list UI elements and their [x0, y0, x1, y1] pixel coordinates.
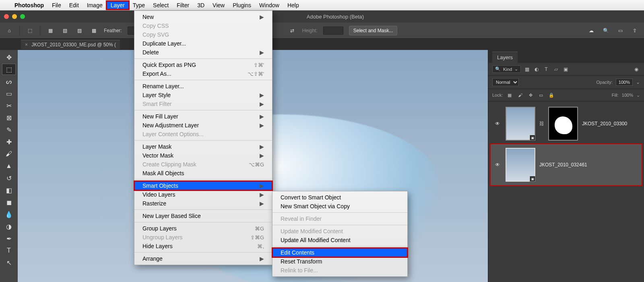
menu-item-new[interactable]: New▶ — [134, 12, 272, 21]
menu-image[interactable]: Image — [83, 1, 107, 9]
menu-item-new-fill-layer[interactable]: New Fill Layer▶ — [134, 112, 272, 121]
menu-file[interactable]: File — [48, 1, 65, 9]
filter-toggle-icon[interactable]: ◉ — [633, 66, 640, 73]
selection-subtract-icon[interactable]: ▨ — [75, 26, 84, 35]
menu-select[interactable]: Select — [149, 1, 173, 9]
cloud-user-icon[interactable]: ☁ — [587, 26, 596, 35]
menu-layer[interactable]: Layer — [107, 1, 129, 9]
search-icon[interactable]: 🔍 — [601, 26, 610, 35]
menu-view[interactable]: View — [208, 1, 229, 9]
chevron-down-icon[interactable]: ⌄ — [636, 93, 640, 98]
filter-pixel-icon[interactable]: ▦ — [523, 66, 530, 73]
menu-item-smart-objects[interactable]: Smart Objects▶ — [134, 181, 272, 190]
path-select-tool-icon[interactable]: ↖ — [2, 257, 16, 268]
visibility-icon[interactable]: 👁 — [493, 121, 502, 126]
pen-tool-icon[interactable]: ✒ — [2, 233, 16, 244]
lock-all-icon[interactable]: 🔒 — [548, 91, 555, 99]
link-mask-icon[interactable]: ⛓ — [539, 121, 544, 126]
lock-artboard-icon[interactable]: ▭ — [537, 91, 545, 99]
select-and-mask-button[interactable]: Select and Mask... — [349, 26, 398, 35]
zoom-window-icon[interactable] — [20, 14, 25, 19]
share-icon[interactable]: ⇪ — [630, 26, 639, 35]
submenu-item-update-all-modified-content[interactable]: Update All Modified Content — [272, 236, 407, 245]
move-tool-icon[interactable]: ✥ — [2, 52, 16, 63]
opacity-value[interactable]: 100% — [616, 79, 633, 86]
lock-transparency-icon[interactable]: ▦ — [506, 91, 513, 99]
filter-adjust-icon[interactable]: ◐ — [533, 66, 540, 73]
submenu-item-new-smart-object-via-copy[interactable]: New Smart Object via Copy — [272, 202, 407, 211]
menu-item-duplicate-layer-[interactable]: Duplicate Layer... — [134, 39, 272, 48]
layer-mask-thumbnail[interactable] — [548, 107, 578, 141]
visibility-icon[interactable]: 👁 — [493, 162, 502, 168]
swap-dimensions-icon[interactable]: ⇄ — [288, 26, 297, 35]
submenu-item-reset-transform[interactable]: Reset Transform — [272, 257, 407, 266]
layer-thumbnail[interactable]: ▣ — [506, 107, 535, 141]
menu-window[interactable]: Window — [255, 1, 283, 9]
home-icon[interactable]: ⌂ — [5, 26, 14, 35]
layer-row[interactable]: 👁 ▣ JKOST_2010_032461 — [491, 144, 642, 185]
menu-item-new-adjustment-layer[interactable]: New Adjustment Layer▶ — [134, 121, 272, 130]
blur-tool-icon[interactable]: 💧 — [2, 209, 16, 220]
menu-plugins[interactable]: Plugins — [229, 1, 255, 9]
selection-new-icon[interactable]: ▦ — [46, 26, 55, 35]
menu-item-export-as-[interactable]: Export As...⌥⇧⌘' — [134, 69, 272, 78]
menu-item-vector-mask[interactable]: Vector Mask▶ — [134, 151, 272, 160]
marquee-tool-icon[interactable]: ⬚ — [2, 64, 16, 75]
menu-item-layer-style[interactable]: Layer Style▶ — [134, 91, 272, 100]
crop-tool-icon[interactable]: ✂ — [2, 100, 16, 111]
lock-paint-icon[interactable]: 🖌 — [516, 91, 524, 99]
height-input[interactable] — [323, 27, 343, 35]
frame-tool-icon[interactable]: ⊠ — [2, 112, 16, 123]
menu-filter[interactable]: Filter — [173, 1, 193, 9]
menu-item-rename-layer-[interactable]: Rename Layer... — [134, 82, 272, 91]
app-menu[interactable]: Photoshop — [10, 1, 48, 9]
chevron-down-icon[interactable]: ⌄ — [636, 79, 640, 85]
brush-tool-icon[interactable]: 🖌 — [2, 148, 16, 160]
menu-item-arrange[interactable]: Arrange▶ — [134, 254, 272, 263]
submenu-item-edit-contents[interactable]: Edit Contents — [272, 248, 407, 257]
menu-item-layer-mask[interactable]: Layer Mask▶ — [134, 142, 272, 151]
submenu-item-convert-to-smart-object[interactable]: Convert to Smart Object — [272, 193, 407, 202]
menu-3d[interactable]: 3D — [193, 1, 208, 9]
dodge-tool-icon[interactable]: ◑ — [2, 221, 16, 232]
eyedropper-tool-icon[interactable]: ✎ — [2, 124, 16, 135]
selection-add-icon[interactable]: ▧ — [60, 26, 69, 35]
menu-edit[interactable]: Edit — [65, 1, 83, 9]
gradient-tool-icon[interactable]: ◼ — [2, 197, 16, 208]
layer-thumbnail[interactable]: ▣ — [506, 148, 535, 182]
type-tool-icon[interactable]: T — [2, 245, 16, 256]
menu-item-new-layer-based-slice[interactable]: New Layer Based Slice — [134, 212, 272, 220]
menu-item-mask-all-objects[interactable]: Mask All Objects — [134, 169, 272, 178]
lock-position-icon[interactable]: ✥ — [527, 91, 534, 99]
menu-item-rasterize[interactable]: Rasterize▶ — [134, 199, 272, 208]
menu-type[interactable]: Type — [129, 1, 149, 9]
layers-panel-tab[interactable]: Layers — [492, 52, 518, 63]
menu-item-group-layers[interactable]: Group Layers⌘G — [134, 224, 272, 233]
layer-filter-kind[interactable]: 🔍 Kind ⌄ — [492, 65, 521, 73]
history-brush-tool-icon[interactable]: ↺ — [2, 172, 16, 184]
layer-row[interactable]: 👁 ▣ ⛓ JKOST_2010_03300 — [491, 103, 642, 144]
selection-intersect-icon[interactable]: ▩ — [89, 26, 98, 35]
close-tab-icon[interactable]: × — [25, 42, 28, 48]
menu-item-delete[interactable]: Delete▶ — [134, 48, 272, 57]
stamp-tool-icon[interactable]: ▲ — [2, 160, 16, 172]
close-window-icon[interactable] — [4, 14, 9, 19]
minimize-window-icon[interactable] — [12, 14, 17, 19]
marquee-mode-icon[interactable]: ⬚ — [25, 26, 34, 35]
lasso-tool-icon[interactable]: ᔕ — [2, 76, 16, 87]
layer-name[interactable]: JKOST_2010_032461 — [539, 162, 639, 168]
fill-value[interactable]: 100% — [622, 93, 633, 97]
filter-shape-icon[interactable]: ▱ — [552, 66, 559, 73]
filter-smart-icon[interactable]: ▣ — [562, 66, 569, 73]
workspace-icon[interactable]: ▭ — [616, 26, 625, 35]
object-select-tool-icon[interactable]: ▭ — [2, 88, 16, 99]
menu-item-hide-layers[interactable]: Hide Layers⌘, — [134, 242, 272, 251]
document-tab[interactable]: × JKOST_2010_03300_ME.psd @ 50% ( — [21, 40, 120, 49]
eraser-tool-icon[interactable]: ◧ — [2, 185, 16, 196]
layer-name[interactable]: JKOST_2010_03300 — [582, 121, 639, 126]
menu-item-quick-export-as-png[interactable]: Quick Export as PNG⇧⌘' — [134, 60, 272, 69]
blend-mode-select[interactable]: Normal — [492, 78, 519, 86]
menu-help[interactable]: Help — [283, 1, 303, 9]
menu-item-video-layers[interactable]: Video Layers▶ — [134, 190, 272, 199]
filter-type-icon[interactable]: T — [543, 66, 550, 73]
